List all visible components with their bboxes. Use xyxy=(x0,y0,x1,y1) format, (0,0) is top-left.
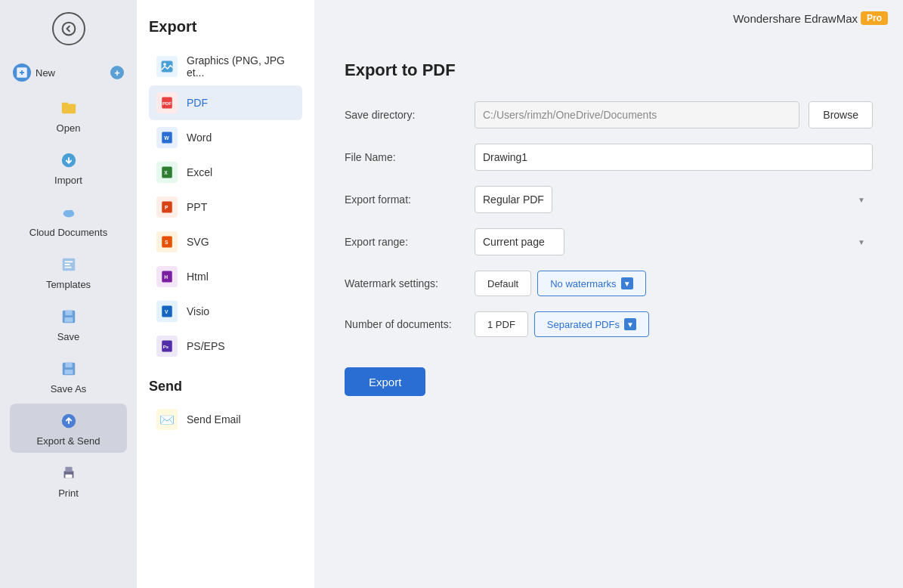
print-icon xyxy=(57,462,80,484)
svg-text:H: H xyxy=(164,274,168,280)
save-directory-input[interactable] xyxy=(475,101,799,128)
numdocs-dropdown-icon: ▼ xyxy=(624,318,636,330)
svg-rect-24 xyxy=(65,467,72,472)
main-export-form: Export to PDF Save directory: Browse Fil… xyxy=(314,36,903,588)
excel-icon: X xyxy=(156,162,178,183)
plus-icon: + xyxy=(110,66,124,79)
new-icon xyxy=(13,63,31,82)
svg-text:P: P xyxy=(165,205,169,210)
sidebar-item-cloud[interactable]: Cloud Documents xyxy=(10,195,127,244)
pdf-icon: PDF xyxy=(156,92,178,113)
sidebar-item-label: Templates xyxy=(46,279,91,290)
browse-button[interactable]: Browse xyxy=(809,101,873,128)
export-range-label: Export range: xyxy=(345,236,465,248)
export-item-pdf[interactable]: PDF PDF xyxy=(149,85,302,120)
open-icon xyxy=(57,97,80,119)
svg-rect-25 xyxy=(65,475,72,478)
sidebar-item-save[interactable]: Save xyxy=(10,299,127,348)
sidebar-item-import[interactable]: Import xyxy=(10,143,127,192)
saveas-icon xyxy=(57,357,80,380)
app-title: Wondershare EdrawMax xyxy=(733,12,858,25)
file-name-input[interactable] xyxy=(475,144,873,171)
watermark-nowatermark-btn[interactable]: No watermarks ▼ xyxy=(537,271,645,296)
sidebar-item-label: Save xyxy=(57,331,80,342)
svg-text:Ps: Ps xyxy=(163,345,169,349)
svg-rect-12 xyxy=(64,261,73,262)
export-item-label: Graphics (PNG, JPG et... xyxy=(187,54,295,79)
export-panel-title: Export xyxy=(149,18,302,36)
export-button[interactable]: Export xyxy=(345,367,425,396)
header-bar: Wondershare EdrawMax Pro xyxy=(314,0,903,36)
sidebar-item-export[interactable]: Export & Send xyxy=(10,404,127,453)
export-range-select[interactable]: Current page All pages Selected pages xyxy=(475,228,564,255)
svg-icon: S xyxy=(156,231,178,252)
file-name-row: File Name: xyxy=(345,144,873,171)
pro-badge: Pro xyxy=(861,11,888,25)
email-icon: ✉️ xyxy=(156,409,178,430)
svg-text:PDF: PDF xyxy=(162,101,172,106)
export-item-label: Html xyxy=(187,271,209,283)
export-item-svg[interactable]: S SVG xyxy=(149,224,302,259)
content-area: Wondershare EdrawMax Pro Export to PDF S… xyxy=(314,0,903,588)
export-form-title: Export to PDF xyxy=(345,60,873,80)
export-btn-row: Export xyxy=(345,352,873,396)
ppt-icon: P xyxy=(156,197,178,218)
templates-icon xyxy=(57,253,80,276)
export-item-graphics[interactable]: Graphics (PNG, JPG et... xyxy=(149,48,302,85)
export-item-ppt[interactable]: P PPT xyxy=(149,190,302,224)
sidebar-item-print[interactable]: Print xyxy=(10,456,127,505)
svg-rect-19 xyxy=(65,363,72,367)
export-item-ps[interactable]: Ps PS/EPS xyxy=(149,329,302,364)
send-item-label: Send Email xyxy=(187,413,241,426)
ps-icon: Ps xyxy=(156,336,178,357)
export-format-select[interactable]: Regular PDF PDF/A PDF/X xyxy=(475,186,552,213)
import-icon xyxy=(57,149,80,172)
watermark-default-btn[interactable]: Default xyxy=(475,271,531,296)
svg-rect-5 xyxy=(61,103,67,107)
save-directory-row: Save directory: Browse xyxy=(345,101,873,128)
watermark-active-label: No watermarks xyxy=(550,278,616,289)
sidebar: New + Open Import Cloud Documents Templa… xyxy=(0,0,137,588)
numdocs-1pdf-btn[interactable]: 1 PDF xyxy=(475,311,528,337)
numdocs-active-label: Separated PDFs xyxy=(547,319,620,330)
export-item-label: PDF xyxy=(187,97,208,109)
send-email-item[interactable]: ✉️ Send Email xyxy=(149,402,302,437)
back-button[interactable] xyxy=(52,12,85,45)
html-icon: H xyxy=(156,266,178,287)
watermark-row: Watermark settings: Default No watermark… xyxy=(345,271,873,296)
numdocs-label: Number of documents: xyxy=(345,318,465,330)
export-range-select-wrap: Current page All pages Selected pages xyxy=(475,228,873,255)
svg-text:W: W xyxy=(164,135,169,141)
export-item-label: Word xyxy=(187,132,212,144)
export-item-label: PS/EPS xyxy=(187,340,225,352)
sidebar-item-new[interactable]: New + xyxy=(10,57,127,88)
cloud-icon xyxy=(57,201,80,224)
save-directory-label: Save directory: xyxy=(345,109,465,121)
export-format-label: Export format: xyxy=(345,193,465,206)
sidebar-item-label: New xyxy=(36,67,55,79)
watermark-label: Watermark settings: xyxy=(345,277,465,289)
export-item-html[interactable]: H Html xyxy=(149,259,302,294)
export-item-label: Visio xyxy=(187,305,209,317)
visio-icon: V xyxy=(156,301,178,322)
sidebar-item-templates[interactable]: Templates xyxy=(10,247,127,296)
export-range-row: Export range: Current page All pages Sel… xyxy=(345,228,873,255)
svg-point-0 xyxy=(62,23,75,36)
svg-rect-16 xyxy=(65,311,72,315)
numdocs-separated-btn[interactable]: Separated PDFs ▼ xyxy=(534,311,649,337)
svg-text:V: V xyxy=(165,309,169,314)
export-item-label: SVG xyxy=(187,236,209,248)
export-format-select-wrap: Regular PDF PDF/A PDF/X xyxy=(475,186,873,213)
export-item-word[interactable]: W Word xyxy=(149,120,302,155)
svg-text:S: S xyxy=(165,240,169,245)
svg-rect-17 xyxy=(64,317,73,322)
svg-point-27 xyxy=(163,63,166,66)
sidebar-item-open[interactable]: Open xyxy=(10,91,127,140)
export-panel: Export Graphics (PNG, JPG et... PDF PDF … xyxy=(137,0,314,588)
svg-rect-14 xyxy=(64,267,71,268)
export-item-excel[interactable]: X Excel xyxy=(149,155,302,190)
sidebar-item-saveas[interactable]: Save As xyxy=(10,351,127,401)
export-item-visio[interactable]: V Visio xyxy=(149,294,302,329)
watermark-dropdown-icon: ▼ xyxy=(621,277,633,289)
sidebar-item-label: Cloud Documents xyxy=(29,227,107,238)
